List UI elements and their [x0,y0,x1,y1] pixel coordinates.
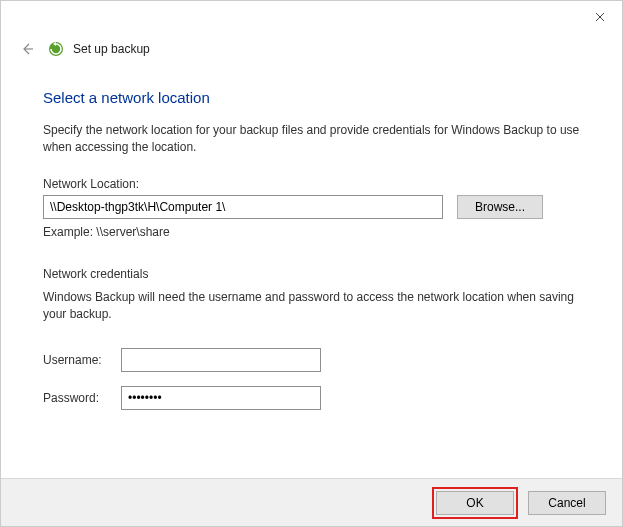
back-button[interactable] [17,39,37,59]
username-input[interactable] [121,348,321,372]
backup-icon [47,40,65,58]
network-location-input[interactable] [43,195,443,219]
wizard-title: Set up backup [73,42,150,56]
close-button[interactable] [586,7,614,27]
browse-button[interactable]: Browse... [457,195,543,219]
wizard-header: Set up backup [1,33,622,73]
cancel-button[interactable]: Cancel [528,491,606,515]
network-location-row: Browse... [43,195,580,219]
titlebar [1,1,622,33]
page-heading: Select a network location [43,89,580,106]
intro-text: Specify the network location for your ba… [43,122,580,157]
password-input[interactable] [121,386,321,410]
content-area: Select a network location Specify the ne… [1,73,622,410]
back-arrow-icon [20,42,34,56]
credentials-help-text: Windows Backup will need the username an… [43,289,580,324]
ok-button[interactable]: OK [436,491,514,515]
setup-backup-window: Set up backup Select a network location … [0,0,623,527]
ok-highlight: OK [432,487,518,519]
username-label: Username: [43,353,121,367]
username-row: Username: [43,348,580,372]
password-row: Password: [43,386,580,410]
close-icon [595,12,605,22]
network-location-example: Example: \\server\share [43,225,580,239]
dialog-footer: OK Cancel [1,478,622,526]
credentials-heading: Network credentials [43,267,580,281]
password-label: Password: [43,391,121,405]
network-location-label: Network Location: [43,177,580,191]
